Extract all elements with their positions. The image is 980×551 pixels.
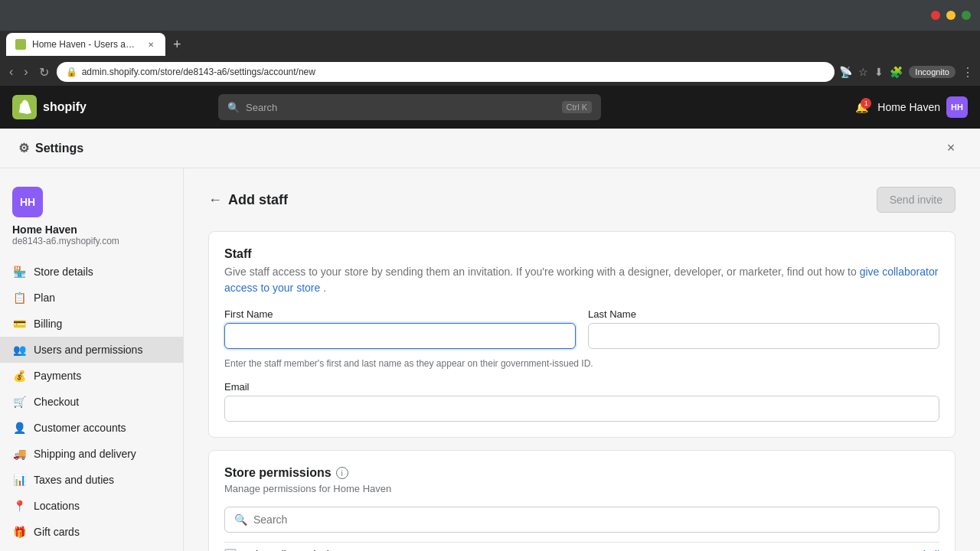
settings-overlay: ⚙ Settings × HH Home Haven de8143-a6.mys…: [0, 129, 980, 551]
billing-icon: 💳: [12, 317, 26, 331]
bookmark-icon[interactable]: ☆: [858, 66, 868, 78]
email-group: Email: [224, 381, 939, 422]
shopify-logo[interactable]: shopify: [12, 95, 87, 119]
tab-close-btn[interactable]: ✕: [145, 39, 156, 50]
settings-sidebar: HH Home Haven de8143-a6.myshopify.com 🏪 …: [0, 168, 184, 551]
search-icon: 🔍: [227, 102, 240, 113]
first-name-label: First Name: [224, 308, 576, 320]
window-close-btn[interactable]: [931, 11, 940, 20]
browser-actions: 📡 ☆ ⬇ 🧩 Incognito ⋮: [839, 65, 974, 80]
staff-section-title: Staff: [224, 247, 939, 261]
plan-icon: 📋: [12, 291, 26, 305]
permissions-title: Store permissions: [224, 466, 332, 480]
sidebar-label-shipping: Shipping and delivery: [34, 448, 136, 460]
locations-icon: 📍: [12, 499, 26, 513]
store-info: HH Home Haven de8143-a6.myshopify.com: [0, 181, 183, 259]
back-to-users-btn[interactable]: ← Add staff: [208, 192, 288, 208]
shopify-logo-text: shopify: [43, 100, 87, 114]
address-bar[interactable]: 🔒 admin.shopify.com/store/de8143-a6/sett…: [57, 62, 835, 82]
sidebar-label-users: Users and permissions: [34, 344, 142, 356]
extensions-icon: 🧩: [890, 66, 903, 78]
sidebar-item-checkout[interactable]: 🛒 Checkout: [0, 389, 183, 415]
settings-title-text: Settings: [35, 142, 83, 155]
last-name-group: Last Name: [588, 308, 939, 349]
window-min-btn[interactable]: [946, 11, 956, 20]
new-tab-btn[interactable]: +: [168, 37, 186, 53]
shipping-icon: 🚚: [12, 447, 26, 461]
first-name-group: First Name: [224, 308, 576, 349]
topbar-right: 🔔 1 Home Haven HH: [855, 96, 968, 118]
settings-header: ⚙ Settings ×: [0, 129, 980, 168]
gift-cards-icon: 🎁: [12, 525, 26, 539]
name-field-hint: Enter the staff member's first and last …: [224, 358, 939, 369]
browser-chrome: [0, 0, 980, 31]
store-name-label: Home Haven: [877, 101, 940, 113]
browser-tabs: Home Haven - Users and permi ✕ +: [0, 31, 980, 58]
sidebar-item-gift-cards[interactable]: 🎁 Gift cards: [0, 519, 183, 545]
first-name-input[interactable]: [224, 323, 576, 349]
global-search-bar[interactable]: 🔍 Search Ctrl K: [218, 94, 601, 120]
send-invite-btn[interactable]: Send invite: [877, 187, 956, 213]
sidebar-item-billing[interactable]: 💳 Billing: [0, 311, 183, 337]
sidebar-store-avatar: HH: [12, 187, 43, 217]
settings-main: ← Add staff Send invite Staff Give staff…: [184, 168, 980, 551]
staff-desc-end: .: [323, 282, 326, 294]
last-name-label: Last Name: [588, 308, 939, 320]
sidebar-label-gift-cards: Gift cards: [34, 526, 80, 538]
permissions-info-icon[interactable]: i: [336, 467, 348, 479]
users-icon: 👥: [12, 343, 26, 357]
store-avatar: HH: [946, 96, 968, 118]
search-placeholder: Search: [246, 102, 277, 113]
settings-close-btn[interactable]: ×: [940, 138, 962, 159]
sidebar-item-store-details[interactable]: 🏪 Store details: [0, 259, 183, 285]
taxes-icon: 📊: [12, 473, 26, 487]
address-bar-row: ‹ › ↻ 🔒 admin.shopify.com/store/de8143-a…: [0, 58, 980, 86]
staff-section-card: Staff Give staff access to your store by…: [208, 231, 956, 438]
staff-section-desc: Give staff access to your store by sendi…: [224, 264, 939, 296]
settings-title: ⚙ Settings: [18, 141, 83, 155]
checkout-icon: 🛒: [12, 395, 26, 409]
back-arrow-icon: ←: [208, 192, 222, 208]
email-label: Email: [224, 381, 939, 393]
sidebar-label-billing: Billing: [34, 318, 62, 330]
store-details-icon: 🏪: [12, 265, 26, 279]
customer-accounts-icon: 👤: [12, 421, 26, 435]
window-max-btn[interactable]: [962, 11, 971, 20]
shopify-logo-icon: [12, 95, 37, 119]
sidebar-item-locations[interactable]: 📍 Locations: [0, 493, 183, 519]
notification-btn[interactable]: 🔔 1: [855, 101, 868, 113]
store-badge[interactable]: Home Haven HH: [877, 96, 968, 118]
sidebar-label-store-details: Store details: [34, 266, 93, 278]
sidebar-nav: 🏪 Store details 📋 Plan 💳 Billing 👥: [0, 259, 183, 551]
incognito-badge: Incognito: [909, 66, 956, 78]
permissions-header: Store permissions i: [224, 466, 939, 480]
tab-title: Home Haven - Users and permi: [32, 39, 139, 50]
sidebar-item-customer-accounts[interactable]: 👤 Customer accounts: [0, 415, 183, 441]
permissions-search-input[interactable]: [253, 514, 929, 526]
permissions-subtitle: Manage permissions for Home Haven: [224, 483, 939, 494]
last-name-input[interactable]: [588, 323, 939, 349]
search-shortcut: Ctrl K: [562, 101, 593, 113]
window-controls: [931, 11, 971, 20]
active-tab[interactable]: Home Haven - Users and permi ✕: [6, 33, 165, 56]
refresh-btn[interactable]: ↻: [36, 65, 52, 80]
email-input[interactable]: [224, 396, 939, 422]
url-text: admin.shopify.com/store/de8143-a6/settin…: [82, 67, 315, 77]
sidebar-item-markets[interactable]: 🌍 Markets: [0, 545, 183, 551]
gear-icon: ⚙: [18, 141, 29, 155]
back-nav-btn[interactable]: ‹: [6, 65, 16, 79]
sidebar-item-payments[interactable]: 💰 Payments: [0, 363, 183, 389]
sidebar-label-locations: Locations: [34, 500, 80, 512]
main-content: ⚙ Settings × HH Home Haven de8143-a6.mys…: [0, 129, 980, 551]
name-form-row: First Name Last Name: [224, 308, 939, 349]
settings-body: HH Home Haven de8143-a6.myshopify.com 🏪 …: [0, 168, 980, 551]
search-permissions-field[interactable]: 🔍: [224, 507, 939, 533]
sidebar-item-plan[interactable]: 📋 Plan: [0, 285, 183, 311]
staff-desc-text: Give staff access to your store by sendi…: [224, 266, 857, 278]
sidebar-item-shipping[interactable]: 🚚 Shipping and delivery: [0, 441, 183, 467]
menu-icon[interactable]: ⋮: [962, 65, 974, 80]
sidebar-item-taxes[interactable]: 📊 Taxes and duties: [0, 467, 183, 493]
shopify-topbar: shopify 🔍 Search Ctrl K 🔔 1 Home Haven H…: [0, 86, 980, 129]
forward-nav-btn[interactable]: ›: [21, 65, 31, 79]
sidebar-item-users[interactable]: 👥 Users and permissions: [0, 337, 183, 363]
